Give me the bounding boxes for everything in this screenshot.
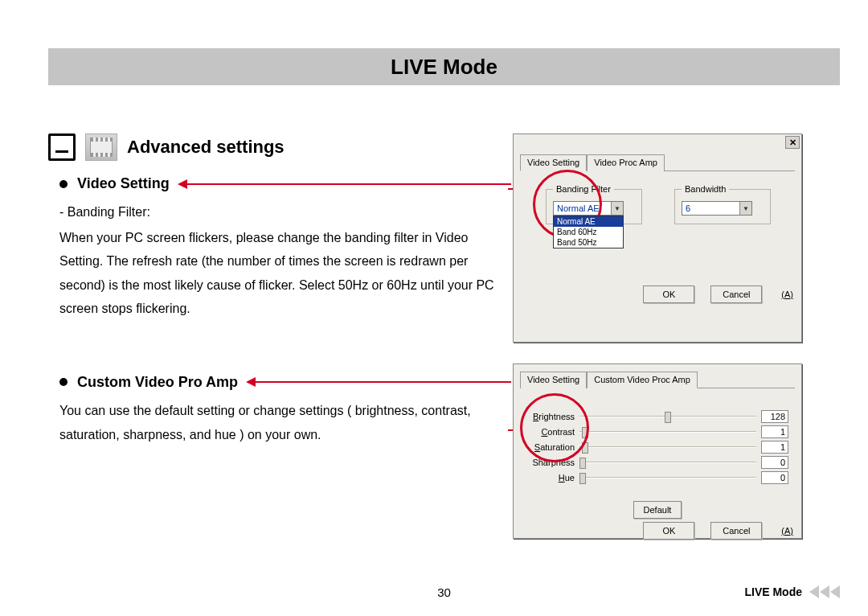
advanced-heading: Advanced settings <box>127 137 285 158</box>
custom-proamp-heading-row: Custom Video Pro Amp <box>59 374 506 391</box>
slider-row-contrast: Contrast1 <box>526 425 788 438</box>
banding-filter-sub: - Banding Filter: <box>59 200 506 224</box>
bandwidth-group: Bandwidth 6 ▼ <box>674 189 771 224</box>
chevron-down-icon[interactable]: ▼ <box>611 202 623 215</box>
bandwidth-combo[interactable]: 6 ▼ <box>682 201 752 216</box>
slider-label: Hue <box>526 473 575 483</box>
callout-arrow <box>248 381 511 383</box>
callout-arrow <box>179 183 511 185</box>
apply-hint: (A) <box>781 526 793 536</box>
sliders-panel: Brightness128Contrast1Saturation1Sharpne… <box>520 395 795 493</box>
slider-value: 1 <box>761 425 788 438</box>
video-setting-dialog: ✕ Video Setting Video Proc Amp Banding F… <box>513 133 802 343</box>
footer: 30 LIVE Mode <box>48 585 840 598</box>
banding-filter-combo[interactable]: Normal AE ▼ Normal AE Band 60Hz Band 50H… <box>553 201 624 216</box>
slider-label: Sharpness <box>526 458 575 467</box>
video-setting-heading-row: Video Setting <box>59 175 506 192</box>
bullet-icon <box>59 180 68 188</box>
option-normal-ae[interactable]: Normal AE <box>554 216 623 227</box>
slider-thumb[interactable] <box>582 427 588 438</box>
slider-thumb[interactable] <box>579 458 586 469</box>
section2-body: You can use the default setting or chang… <box>59 399 506 446</box>
slider-row-sharpness: Sharpness0 <box>526 456 788 469</box>
page-number: 30 <box>437 585 451 599</box>
tab-custom-proc-amp[interactable]: Custom Video Proc Amp <box>587 372 698 388</box>
bandwidth-value: 6 <box>686 203 690 213</box>
default-button[interactable]: Default <box>633 501 682 519</box>
slider-thumb[interactable] <box>665 412 671 423</box>
slider-thumb[interactable] <box>579 473 586 484</box>
page-title: LIVE Mode <box>391 55 497 80</box>
tab-video-setting[interactable]: Video Setting <box>520 372 587 388</box>
slider-thumb[interactable] <box>582 442 588 454</box>
nav-prev-icon <box>830 585 840 598</box>
footer-section: LIVE Mode <box>744 585 802 598</box>
close-icon[interactable]: ✕ <box>785 136 800 149</box>
custom-proamp-dialog: Video Setting Custom Video Proc Amp Brig… <box>513 363 802 539</box>
slider-track[interactable] <box>579 472 756 483</box>
slider-value: 128 <box>761 410 788 423</box>
chevron-down-icon[interactable]: ▼ <box>739 202 751 215</box>
video-setting-heading: Video Setting <box>77 175 170 192</box>
left-column: Advanced settings Video Setting - Bandin… <box>48 133 506 539</box>
apply-hint: (A) <box>781 290 793 299</box>
slider-value: 1 <box>761 441 788 454</box>
slider-track[interactable] <box>579 411 756 422</box>
slider-label: Brightness <box>526 412 575 421</box>
banding-filter-dropdown[interactable]: Normal AE Band 60Hz Band 50Hz <box>553 216 624 248</box>
slider-track[interactable] <box>579 441 756 453</box>
nav-prev-icon <box>809 585 819 598</box>
slider-label: Saturation <box>526 442 575 452</box>
slider-track[interactable] <box>579 426 756 437</box>
slider-value: 0 <box>761 471 788 484</box>
custom-proamp-heading: Custom Video Pro Amp <box>77 374 238 391</box>
slider-row-hue: Hue0 <box>526 471 788 484</box>
bullet-icon <box>59 378 68 386</box>
bandwidth-legend: Bandwidth <box>682 184 729 194</box>
section2-text: You can use the default setting or chang… <box>59 399 506 446</box>
tabstrip: Video Setting Custom Video Proc Amp <box>520 371 795 388</box>
slider-row-brightness: Brightness128 <box>526 410 788 423</box>
slider-row-saturation: Saturation1 <box>526 441 788 454</box>
option-band-50hz[interactable]: Band 50Hz <box>554 237 623 248</box>
section1-text: When your PC screen flickers, please cha… <box>59 226 506 321</box>
monitor-icon <box>48 133 76 161</box>
slider-label: Contrast <box>526 427 575 437</box>
option-band-60hz[interactable]: Band 60Hz <box>554 227 623 237</box>
slider-track[interactable] <box>579 457 756 468</box>
section1-body: - Banding Filter: When your PC screen fl… <box>59 200 506 321</box>
banding-filter-value: Normal AE <box>557 203 600 213</box>
cancel-button[interactable]: Cancel <box>710 285 762 303</box>
tabstrip: Video Setting Video Proc Amp <box>520 154 795 171</box>
nav-prev-icon <box>820 585 829 598</box>
cancel-button[interactable]: Cancel <box>710 522 762 540</box>
title-bar: LIVE Mode <box>48 48 840 85</box>
slider-value: 0 <box>761 456 788 469</box>
tab-video-setting[interactable]: Video Setting <box>520 154 587 171</box>
banding-filter-group: Banding Filter Normal AE ▼ Normal AE Ban… <box>546 189 642 224</box>
film-icon <box>85 133 117 161</box>
banding-filter-legend: Banding Filter <box>553 184 614 194</box>
ok-button[interactable]: OK <box>643 522 694 540</box>
ok-button[interactable]: OK <box>643 285 694 303</box>
tab-video-proc-amp[interactable]: Video Proc Amp <box>587 154 665 171</box>
